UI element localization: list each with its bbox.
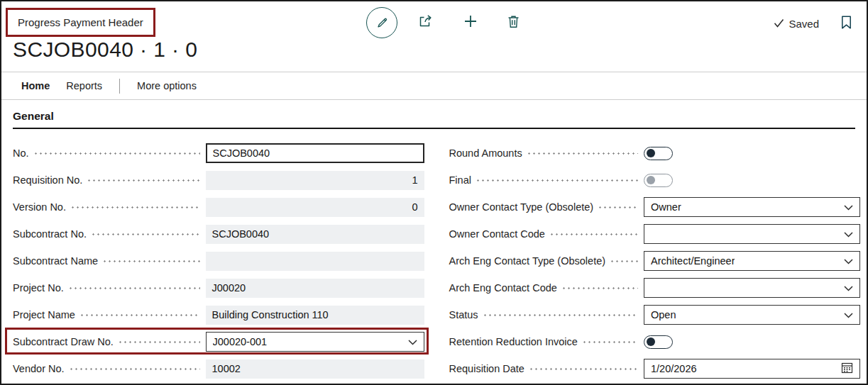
status-select[interactable]: Open	[644, 305, 860, 325]
menu-item-reports[interactable]: Reports	[66, 80, 102, 91]
section-heading-general[interactable]: General	[13, 110, 855, 129]
field-row-subcontract-name: Subcontract Name	[13, 247, 424, 274]
toggle-knob	[647, 149, 655, 157]
field-row-owner-contact-code: Owner Contact Code	[449, 221, 861, 247]
calendar-icon[interactable]	[841, 362, 853, 376]
arch-eng-contact-code-select[interactable]	[644, 278, 860, 298]
field-row-subcontract-draw-no: Subcontract Draw No. J00020-001	[13, 328, 424, 355]
general-fasttab-form: No. Requisition No. 1 Version No. 0 Subc…	[1, 140, 867, 382]
menu-item-more-options[interactable]: More options	[137, 80, 197, 91]
dotted-leader	[530, 368, 638, 370]
dotted-leader	[104, 260, 199, 262]
arch-eng-contact-type-value: Architect/Engineer	[651, 255, 735, 267]
dotted-leader	[477, 179, 638, 182]
form-right-column: Round Amounts Final Owner Contact Type (…	[449, 140, 861, 382]
arch-eng-contact-type-label: Arch Eng Contact Type (Obsolete)	[449, 255, 606, 267]
bookmark-icon	[841, 16, 852, 32]
field-row-owner-contact-type: Owner Contact Type (Obsolete) Owner	[449, 194, 861, 221]
bookmark-button[interactable]	[841, 16, 852, 32]
subcontract-no-value: SCJOB0040	[206, 225, 424, 244]
delete-button[interactable]	[505, 13, 522, 33]
header-status-area: Saved	[774, 16, 852, 32]
dotted-leader	[551, 233, 638, 235]
arch-eng-contact-code-label: Arch Eng Contact Code	[449, 282, 557, 294]
dotted-leader	[92, 233, 200, 235]
dotted-leader	[119, 341, 200, 343]
chevron-down-icon	[844, 309, 853, 320]
action-toolbar	[366, 7, 522, 38]
field-row-vendor-no: Vendor No. 10002	[13, 355, 424, 382]
final-toggle	[644, 174, 673, 187]
field-row-arch-eng-contact-type: Arch Eng Contact Type (Obsolete) Archite…	[449, 247, 861, 274]
page-title: SCJOB0040 · 1 · 0	[13, 38, 197, 62]
round-amounts-label: Round Amounts	[449, 147, 522, 159]
menu-divider	[119, 79, 120, 94]
dotted-leader	[611, 260, 638, 262]
chevron-down-icon	[844, 282, 853, 294]
owner-contact-code-select[interactable]	[644, 224, 860, 244]
share-icon	[417, 13, 434, 33]
retention-reduction-invoice-label: Retention Reduction Invoice	[449, 336, 578, 347]
dotted-leader	[81, 314, 200, 316]
checkmark-icon	[774, 18, 784, 30]
retention-reduction-invoice-toggle[interactable]	[644, 335, 673, 349]
subcontract-name-value	[206, 252, 424, 271]
no-input[interactable]	[206, 143, 424, 163]
subcontract-draw-no-label: Subcontract Draw No.	[13, 336, 114, 347]
toggle-knob	[647, 176, 655, 184]
subcontract-draw-no-select[interactable]: J00020-001	[206, 332, 424, 352]
chevron-down-icon	[844, 228, 853, 240]
subcontract-name-label: Subcontract Name	[13, 255, 98, 267]
dotted-leader	[70, 287, 200, 289]
share-button[interactable]	[417, 13, 434, 33]
project-name-label: Project Name	[13, 309, 75, 320]
requisition-no-value: 1	[206, 171, 424, 190]
page-type-label: Progress Payment Header	[18, 16, 143, 28]
no-label: No.	[13, 147, 29, 159]
plus-icon	[462, 13, 479, 33]
field-row-arch-eng-contact-code: Arch Eng Contact Code	[449, 274, 861, 301]
project-no-label: Project No.	[13, 282, 64, 294]
vendor-no-label: Vendor No.	[13, 363, 65, 374]
owner-contact-type-select[interactable]: Owner	[644, 197, 860, 217]
subcontract-no-label: Subcontract No.	[13, 228, 87, 240]
progress-payment-header-page: { "colors": { "accent_icon": "#175452", …	[0, 0, 868, 385]
new-button[interactable]	[462, 13, 479, 33]
field-row-status: Status Open	[449, 301, 861, 328]
version-no-label: Version No.	[13, 201, 66, 213]
field-row-requisition-no: Requisition No. 1	[13, 167, 424, 194]
menu-item-home[interactable]: Home	[21, 80, 50, 91]
subcontract-draw-no-value: J00020-001	[213, 336, 268, 347]
chevron-down-icon	[408, 336, 417, 347]
page-header: Progress Payment Header	[1, 1, 867, 72]
arch-eng-contact-type-select[interactable]: Architect/Engineer	[644, 251, 860, 271]
dotted-leader	[70, 368, 200, 370]
dotted-leader	[599, 206, 638, 208]
dotted-leader	[563, 287, 638, 289]
round-amounts-toggle[interactable]	[644, 147, 673, 160]
save-status-label: Saved	[789, 18, 819, 30]
dotted-leader	[35, 152, 200, 155]
dotted-leader	[88, 179, 199, 182]
field-row-no: No.	[13, 140, 424, 167]
requisition-date-input[interactable]: 1/20/2026	[644, 359, 860, 379]
owner-contact-type-label: Owner Contact Type (Obsolete)	[449, 201, 594, 213]
field-row-retention-reduction-invoice: Retention Reduction Invoice	[449, 328, 861, 355]
version-no-value: 0	[206, 198, 424, 217]
toggle-knob	[647, 337, 655, 346]
edit-button[interactable]	[366, 7, 397, 38]
trash-icon	[505, 13, 522, 33]
final-label: Final	[449, 174, 471, 186]
dotted-leader	[484, 314, 638, 316]
field-row-requisition-date: Requisition Date 1/20/2026	[449, 355, 861, 382]
field-row-round-amounts: Round Amounts	[449, 140, 861, 167]
requisition-no-label: Requisition No.	[13, 174, 82, 186]
requisition-date-label: Requisition Date	[449, 363, 524, 374]
dotted-leader	[72, 206, 200, 208]
field-row-version-no: Version No. 0	[13, 194, 424, 221]
status-label: Status	[449, 309, 478, 320]
owner-contact-code-label: Owner Contact Code	[449, 228, 545, 240]
edit-pencil-icon	[375, 14, 390, 32]
field-row-final: Final	[449, 167, 861, 194]
field-row-subcontract-no: Subcontract No. SCJOB0040	[13, 221, 424, 247]
